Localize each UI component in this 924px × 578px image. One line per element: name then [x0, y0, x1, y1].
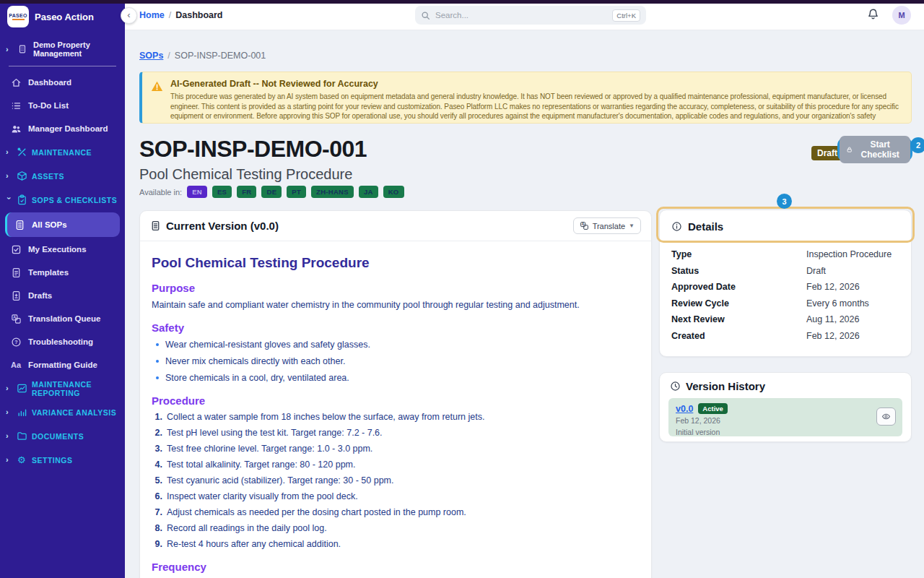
- detail-label: Type: [671, 249, 806, 259]
- language-chip-en[interactable]: EN: [187, 186, 207, 198]
- brand-row[interactable]: PASEO Paseo Action: [0, 0, 125, 33]
- details-row-approved-date: Approved DateFeb 12, 2026: [671, 279, 899, 296]
- language-chip-ko[interactable]: KO: [383, 186, 404, 198]
- sidebar-section-assets[interactable]: › ASSETS: [0, 164, 125, 188]
- language-chip-de[interactable]: DE: [261, 186, 282, 198]
- sidebar-item-label: All SOPs: [32, 220, 67, 229]
- detail-label: Next Review: [671, 314, 806, 324]
- chevron-right-icon: ›: [6, 408, 12, 416]
- sops-breadcrumb-link[interactable]: SOPs: [139, 51, 163, 61]
- sidebar-section-variance-analysis[interactable]: › VARIANCE ANALYSIS: [0, 400, 125, 424]
- sidebar-item-todo-list[interactable]: To-Do List: [0, 94, 125, 117]
- detail-label: Approved Date: [671, 282, 806, 292]
- breadcrumb-current: Dashboard: [175, 10, 222, 20]
- chevron-right-icon: ›: [6, 384, 12, 392]
- sidebar-item-label: Translation Queue: [28, 314, 100, 323]
- sop-document-body: Pool Chemical Testing Procedure Purpose …: [140, 241, 651, 578]
- safety-item: Store chemicals in a cool, dry, ventilat…: [152, 372, 640, 384]
- chevron-right-icon: ›: [6, 46, 12, 53]
- paseo-logo: PASEO: [7, 6, 29, 27]
- chevron-down-icon: ▼: [629, 223, 635, 229]
- details-row-review-cycle: Review CycleEvery 6 months: [671, 296, 899, 312]
- paseo-logo-stripe: [12, 19, 25, 20]
- sidebar-section-maintenance[interactable]: › MAINTENANCE: [0, 140, 125, 164]
- detail-label: Status: [671, 266, 806, 276]
- details-rows: TypeInspection Procedure StatusDraft App…: [660, 242, 911, 344]
- building-icon: [17, 43, 28, 55]
- svg-text:?: ?: [14, 339, 17, 344]
- step-number: 7.: [152, 507, 162, 519]
- detail-label: Created: [671, 331, 806, 341]
- sidebar-item-manager-dashboard[interactable]: Manager Dashboard: [0, 117, 125, 140]
- global-search[interactable]: Ctrl+K: [415, 6, 646, 25]
- language-chip-fr[interactable]: FR: [237, 186, 256, 198]
- breadcrumb: Home / Dashboard: [139, 0, 223, 30]
- sidebar-section-label: ASSETS: [32, 172, 64, 181]
- details-row-next-review: Next ReviewAug 11, 2026: [671, 311, 899, 328]
- version-link[interactable]: v0.0: [676, 404, 693, 414]
- step-text: Test free chlorine level. Target range: …: [167, 444, 372, 455]
- sidebar-item-drafts[interactable]: Drafts: [0, 284, 125, 307]
- sidebar-collapse-button[interactable]: ‹: [121, 7, 137, 24]
- box-icon: [16, 171, 27, 182]
- procedure-step: 9.Re-test 4 hours after any chemical add…: [152, 539, 640, 551]
- language-chip-es[interactable]: ES: [212, 186, 232, 198]
- language-chip-ja[interactable]: JA: [359, 186, 378, 198]
- sidebar-divider: [9, 66, 116, 66]
- step-number: 6.: [152, 491, 162, 503]
- version-date: Feb 12, 2026: [676, 416, 895, 425]
- folder-icon: [16, 431, 27, 442]
- search-input[interactable]: [435, 11, 607, 20]
- translate-button[interactable]: A Translate ▼: [573, 217, 641, 234]
- chevron-right-icon: ›: [6, 456, 12, 464]
- sidebar-item-dashboard[interactable]: Dashboard: [0, 71, 125, 94]
- procedure-step: 7.Adjust chemicals as needed per the dos…: [152, 507, 640, 519]
- available-in-label: Available in:: [139, 188, 182, 197]
- sidebar-section-label: SETTINGS: [32, 456, 73, 465]
- sidebar-item-label: Troubleshooting: [28, 337, 93, 346]
- purpose-heading: Purpose: [152, 282, 640, 294]
- sidebar-item-formatting-guide[interactable]: Aa Formatting Guide: [0, 353, 125, 376]
- help-circle-icon: ?: [10, 336, 22, 348]
- sidebar-section-documents[interactable]: › DOCUMENTS: [0, 424, 125, 448]
- start-checklist-label: Start Checklist: [856, 139, 904, 160]
- start-checklist-button[interactable]: Start Checklist: [840, 136, 910, 163]
- sidebar-item-label: Manager Dashboard: [28, 124, 108, 133]
- safety-heading: Safety: [152, 322, 640, 334]
- detail-value: Aug 11, 2026: [806, 314, 859, 324]
- sidebar-section-maintenance-reporting[interactable]: › MAINTENANCE REPORTING: [0, 376, 125, 400]
- chevron-right-icon: ›: [6, 432, 12, 440]
- sidebar-item-translation-queue[interactable]: A Translation Queue: [0, 307, 125, 330]
- breadcrumb-home-link[interactable]: Home: [139, 10, 165, 20]
- procedure-list: 1.Collect a water sample from 18 inches …: [152, 412, 640, 551]
- sidebar-section-sops-checklists[interactable]: › SOPS & CHECKLISTS: [0, 188, 125, 212]
- lock-icon: [846, 145, 853, 154]
- step-number: 2.: [152, 428, 162, 439]
- view-version-button[interactable]: [876, 407, 896, 426]
- sidebar-section-label: SOPS & CHECKLISTS: [32, 196, 117, 204]
- purpose-text: Maintain safe and compliant water chemis…: [152, 299, 640, 311]
- procedure-heading: Procedure: [152, 394, 640, 407]
- sidebar-item-troubleshooting[interactable]: ? Troubleshooting: [0, 330, 125, 353]
- sidebar-item-label: Dashboard: [28, 78, 71, 87]
- language-chip-pt[interactable]: PT: [287, 186, 306, 198]
- sidebar-section-settings[interactable]: › ⚙ SETTINGS: [0, 448, 125, 472]
- sidebar-item-templates[interactable]: Templates: [0, 261, 125, 284]
- language-chip-zh-hans[interactable]: ZH-HANS: [311, 186, 354, 198]
- sidebar-item-label: Templates: [28, 268, 69, 277]
- sidebar-item-all-sops[interactable]: All SOPs: [5, 212, 120, 237]
- notifications-bell-icon[interactable]: [867, 8, 879, 23]
- sidebar-item-my-executions[interactable]: My Executions: [0, 238, 125, 261]
- aa-icon: Aa: [10, 359, 22, 371]
- window-top-strip: [0, 0, 924, 4]
- file-plus-icon: [10, 290, 22, 301]
- user-avatar[interactable]: M: [892, 6, 911, 25]
- app-root: PASEO Paseo Action › Demo Property Manag…: [0, 0, 924, 578]
- step-number: 4.: [152, 460, 162, 471]
- sidebar-nav: Dashboard To-Do List Manager Dashboard ›…: [0, 71, 125, 472]
- detail-value: Inspection Procedure: [806, 249, 892, 259]
- file-text-icon: [10, 267, 22, 278]
- procedure-step: 4.Test total alkalinity. Target range: 8…: [152, 460, 640, 471]
- sidebar-item-org[interactable]: › Demo Property Management: [0, 33, 125, 64]
- step-text: Test total alkalinity. Target range: 80 …: [167, 460, 356, 471]
